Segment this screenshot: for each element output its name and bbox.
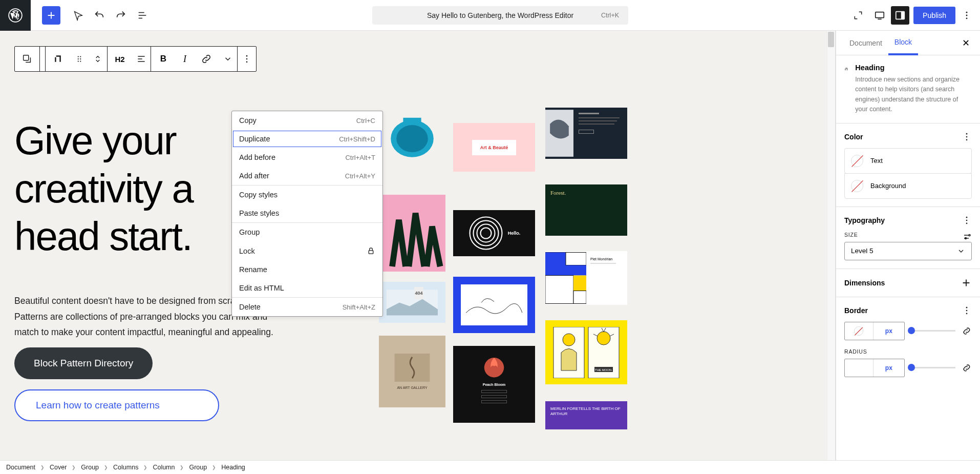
svg-rect-34	[573, 291, 586, 304]
unlink-icon[interactable]	[962, 363, 972, 373]
size-label: Size	[844, 232, 858, 238]
svg-rect-29	[545, 253, 566, 276]
plus-icon[interactable]	[961, 277, 972, 288]
tools-button[interactable]	[68, 5, 88, 26]
color-text-button[interactable]: Text	[844, 148, 972, 174]
svg-point-48	[969, 234, 970, 236]
align-button[interactable]	[132, 47, 151, 71]
size-select[interactable]: Level 5	[844, 242, 972, 260]
svg-point-5	[966, 14, 968, 16]
menu-lock[interactable]: Lock	[232, 241, 382, 260]
swatch-icon	[851, 180, 863, 192]
button-block-primary[interactable]: Block Pattern Directory	[14, 347, 153, 379]
settings-toggle[interactable]	[891, 6, 909, 25]
expand-button[interactable]	[848, 5, 868, 26]
svg-point-22	[470, 217, 502, 250]
svg-rect-32	[545, 276, 573, 304]
svg-point-11	[80, 58, 81, 59]
breadcrumb-item[interactable]: Column	[153, 464, 175, 471]
heading-level-button[interactable]: H2	[108, 47, 132, 71]
scrollbar-vertical[interactable]	[827, 31, 835, 460]
svg-point-9	[80, 56, 81, 57]
color-panel-title: Color	[844, 133, 863, 141]
svg-point-8	[78, 56, 79, 57]
svg-rect-30	[566, 253, 586, 265]
svg-point-36	[563, 334, 575, 346]
list-view-button[interactable]	[132, 5, 153, 26]
link-icon[interactable]	[962, 326, 972, 336]
breadcrumb-item[interactable]: Heading	[221, 464, 245, 471]
bold-button[interactable]: B	[151, 47, 176, 71]
undo-button[interactable]	[89, 5, 110, 26]
parent-block-button[interactable]	[15, 47, 39, 71]
wordpress-logo[interactable]	[0, 0, 31, 31]
dimensions-panel-title: Dimensions	[844, 279, 885, 287]
breadcrumb-item[interactable]: Cover	[50, 464, 67, 471]
more-icon[interactable]	[962, 132, 972, 142]
svg-point-50	[966, 306, 968, 308]
svg-point-25	[480, 228, 491, 239]
border-range[interactable]	[911, 330, 955, 332]
svg-point-18	[396, 125, 428, 152]
settings-icon[interactable]	[963, 232, 972, 241]
more-icon[interactable]	[962, 305, 972, 316]
svg-point-38	[597, 332, 610, 345]
button-block-secondary[interactable]: Learn how to create patterns	[14, 389, 219, 421]
command-title: Say Hello to Gutenberg, the WordPress Ed…	[427, 11, 573, 19]
block-toolbar: H2 B I	[14, 46, 257, 72]
svg-point-45	[966, 216, 968, 218]
svg-rect-7	[24, 55, 29, 60]
add-block-button[interactable]	[42, 6, 60, 25]
tab-document[interactable]: Document	[843, 32, 888, 54]
color-background-button[interactable]: Background	[844, 173, 972, 199]
tab-block[interactable]: Block	[888, 31, 918, 55]
menu-paste-styles[interactable]: Paste styles	[232, 204, 382, 222]
svg-rect-1	[876, 12, 884, 17]
swatch-icon	[854, 326, 863, 336]
breadcrumb-item[interactable]: Group	[189, 464, 207, 471]
svg-point-43	[966, 136, 968, 137]
publish-button[interactable]: Publish	[913, 7, 955, 24]
preview-button[interactable]	[869, 5, 890, 26]
svg-rect-41	[369, 251, 373, 254]
border-input[interactable]: px	[844, 322, 905, 340]
menu-copy-styles[interactable]: Copy styles	[232, 186, 382, 204]
svg-point-42	[966, 133, 968, 134]
editor-canvas[interactable]: H2 B I Give your creati	[0, 31, 836, 460]
menu-delete[interactable]: DeleteShift+Alt+Z	[232, 298, 382, 316]
svg-point-14	[246, 55, 248, 57]
radius-range[interactable]	[911, 367, 955, 368]
menu-rename[interactable]: Rename	[232, 260, 382, 279]
close-icon[interactable]: ✕	[959, 37, 973, 49]
block-context-menu: CopyCtrl+C DuplicateCtrl+Shift+D Add bef…	[231, 111, 383, 317]
menu-group[interactable]: Group	[232, 223, 382, 241]
menu-copy[interactable]: CopyCtrl+C	[232, 111, 382, 130]
menu-add-before[interactable]: Add beforeCtrl+Alt+T	[232, 148, 382, 167]
block-options-button[interactable]	[238, 47, 256, 71]
drag-handle[interactable]	[70, 47, 89, 71]
svg-point-51	[966, 310, 968, 311]
svg-point-13	[80, 60, 81, 61]
more-icon[interactable]	[962, 215, 972, 225]
more-formatting-button[interactable]	[219, 47, 237, 71]
radius-label: Radius	[844, 348, 972, 355]
redo-button[interactable]	[111, 5, 131, 26]
italic-button[interactable]: I	[176, 47, 194, 71]
block-title: Heading	[855, 64, 972, 72]
breadcrumb-item[interactable]: Document	[6, 464, 35, 471]
breadcrumb-item[interactable]: Group	[81, 464, 99, 471]
block-type-button[interactable]	[46, 47, 70, 71]
command-center[interactable]: Say Hello to Gutenberg, the WordPress Ed…	[372, 6, 628, 25]
radius-input[interactable]: px	[844, 359, 905, 377]
options-button[interactable]	[956, 5, 977, 26]
menu-edit-html[interactable]: Edit as HTML	[232, 279, 382, 297]
svg-point-10	[78, 58, 79, 59]
svg-point-15	[246, 58, 248, 60]
menu-add-after[interactable]: Add afterCtrl+Alt+Y	[232, 167, 382, 185]
svg-point-49	[965, 237, 967, 239]
move-buttons[interactable]	[89, 47, 107, 71]
svg-point-44	[966, 139, 968, 140]
link-button[interactable]	[194, 47, 219, 71]
menu-duplicate[interactable]: DuplicateCtrl+Shift+D	[232, 130, 382, 148]
breadcrumb-item[interactable]: Columns	[113, 464, 138, 471]
